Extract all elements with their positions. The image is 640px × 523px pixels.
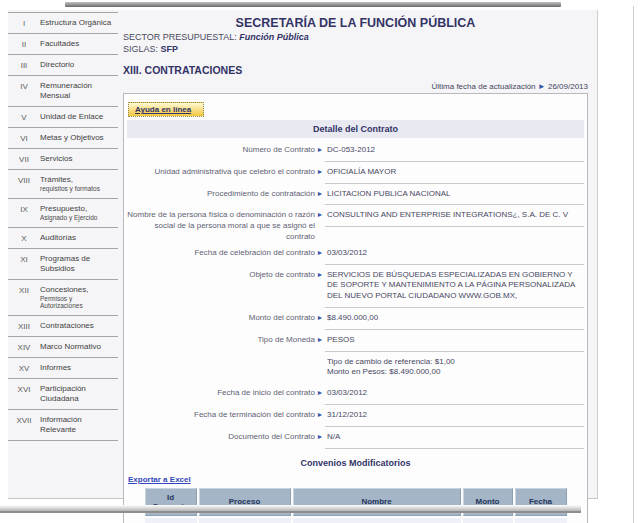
detail-value: SERVICIOS DE BÚSQUEDAS ESPECIALIZADAS EN… <box>325 269 584 308</box>
sidebar-item-sublabel: requisitos y formatos <box>40 185 114 193</box>
detail-value: Tipo de cambio de referencia: $1,00 Mont… <box>325 356 584 384</box>
sidebar-numeral: XIV <box>8 342 40 352</box>
detail-label: Unidad administrativa que celebró el con… <box>127 166 315 178</box>
sidebar-item-tramites[interactable]: VIII Trámites, requisitos y formatos <box>8 169 118 198</box>
sidebar-item-marco-normativo[interactable]: XIV Marco Normativo <box>8 336 118 357</box>
sidebar-item-informes[interactable]: XV Informes <box>8 357 118 378</box>
detail-value: N/A <box>325 431 584 449</box>
convenio-row: DC-CM-077-2012 LICITACION PUBLICA NACION… <box>145 518 567 523</box>
sidebar-item-label: Unidad de Enlace <box>40 112 116 122</box>
sidebar-item-auditorias[interactable]: X Auditorías <box>8 227 118 248</box>
detail-row-procedimiento: Procedimiento de contratación ► LICITACI… <box>127 184 584 206</box>
arrow-right-icon: ► <box>538 82 546 91</box>
arrow-right-icon: ► <box>315 269 325 278</box>
sidebar-item-metas-y-objetivos[interactable]: VI Metas y Objetivos <box>8 127 118 148</box>
sidebar-item-servicios[interactable]: VII Servicios <box>8 148 118 169</box>
sidebar-item-programas-de-subsidios[interactable]: XI Programas de Subsidios <box>8 248 118 279</box>
convenio-id-cell: DC-CM-077-2012 <box>145 518 197 523</box>
detail-value: LICITACION PUBLICA NACIONAL <box>325 188 584 206</box>
page-container: I Estructura Orgánica II Facultades III … <box>8 10 598 499</box>
last-updated-label: Última fecha de actualización <box>432 82 536 91</box>
sidebar-item-label: Informes <box>40 363 116 373</box>
detail-label: Objeto de contrato <box>127 269 315 281</box>
detail-row-objeto: Objeto de contrato ► SERVICIOS DE BÚSQUE… <box>127 265 584 308</box>
detail-label: Tipo de Moneda <box>127 334 315 346</box>
convenio-fecha-cell: 03/03/2012 <box>515 518 567 523</box>
sidebar-numeral: XI <box>8 254 40 274</box>
arrow-right-icon: ► <box>315 431 325 440</box>
sidebar-item-label: Directorio <box>40 60 116 70</box>
arrow-right-icon: ► <box>315 188 325 197</box>
sidebar-item-label: Servicios <box>40 154 116 164</box>
detail-label: Monto del contrato <box>127 312 315 324</box>
arrow-right-icon: ► <box>315 334 325 343</box>
detail-value: 03/03/2012 <box>325 247 584 265</box>
sidebar-item-label: Estructura Orgánica <box>40 18 116 28</box>
arrow-right-icon: ► <box>315 247 325 256</box>
siglas-label: SIGLAS: <box>123 44 158 54</box>
detail-value: 03/03/2012 <box>325 387 584 405</box>
sidebar-item-remuneracion-mensual[interactable]: IV Remuneración Mensual <box>8 75 118 106</box>
sidebar-numeral: VI <box>8 133 40 143</box>
detail-value: $8.490.000,00 <box>325 312 584 330</box>
window-bottom-edge <box>0 505 581 513</box>
sidebar-item-contrataciones[interactable]: XIII Contrataciones <box>8 315 118 336</box>
sidebar-item-estructura-organica[interactable]: I Estructura Orgánica <box>8 12 118 33</box>
sidebar-numeral: XIII <box>8 321 40 331</box>
sidebar-numeral: VIII <box>8 175 40 193</box>
sidebar-item-informacion-relevante[interactable]: XVII Información Relevante <box>8 409 118 441</box>
sidebar-numeral: II <box>8 39 40 49</box>
detail-label: Fecha de terminación del contrato <box>127 409 315 421</box>
sidebar-item-label: Información Relevante <box>40 415 116 435</box>
sidebar-numeral: XVII <box>8 415 40 435</box>
detail-label: Nombre de la persona física o denominaci… <box>127 209 315 242</box>
sidebar-numeral: XV <box>8 363 40 373</box>
detail-row-fecha-celebracion: Fecha de celebración del contrato ► 03/0… <box>127 243 584 265</box>
sidebar-item-label: Programas de Subsidios <box>40 254 116 274</box>
convenio-monto-cell: 1698000 <box>463 518 513 523</box>
sidebar-item-participacion-ciudadana[interactable]: XVI Participación Ciudadana <box>8 378 118 409</box>
detail-label: Fecha de celebración del contrato <box>127 247 315 259</box>
sector-line: SECTOR PRESUPUESTAL: Función Pública <box>123 32 588 42</box>
main-content: SECRETARÍA DE LA FUNCIÓN PÚBLICA SECTOR … <box>118 10 597 498</box>
detail-label: Procedimiento de contratación <box>127 188 315 200</box>
sidebar-item-directorio[interactable]: III Directorio <box>8 54 118 75</box>
detail-row-documento: Documento del Contrato ► N/A <box>127 427 584 449</box>
detail-label: Documento del Contrato <box>127 431 315 443</box>
export-to-excel-link[interactable]: Exportar a Excel <box>128 475 191 484</box>
sidebar-item-label: Metas y Objetivos <box>40 133 116 143</box>
detail-value: DC-053-2012 <box>325 144 584 162</box>
sector-value: Función Pública <box>239 32 309 42</box>
sidebar-numeral: X <box>8 233 40 243</box>
sidebar-numeral: XVI <box>8 384 40 404</box>
arrow-spacer <box>315 356 325 358</box>
sidebar-nav: I Estructura Orgánica II Facultades III … <box>8 10 118 498</box>
sidebar-numeral: XII <box>8 285 40 311</box>
sidebar-item-label: Remuneración Mensual <box>40 81 116 101</box>
detail-rows: Número de Contrato ► DC-053-2012 Unidad … <box>126 138 585 449</box>
arrow-right-icon: ► <box>315 409 325 418</box>
sidebar-item-facultades[interactable]: II Facultades <box>8 33 118 54</box>
siglas-value: SFP <box>161 44 179 54</box>
sidebar-item-concesiones[interactable]: XII Concesiones, Permisos y Autorizacion… <box>8 279 118 316</box>
sidebar-numeral: I <box>8 18 40 28</box>
arrow-right-icon: ► <box>315 166 325 175</box>
arrow-right-icon: ► <box>315 209 325 218</box>
sidebar-item-label: Presupuesto, Asignado y Ejercido <box>40 204 116 222</box>
detail-label <box>127 356 315 357</box>
sidebar-numeral: IV <box>8 81 40 101</box>
detail-row-tipo-cambio-nota: Tipo de cambio de referencia: $1,00 Mont… <box>127 352 584 384</box>
sidebar-item-unidad-de-enlace[interactable]: V Unidad de Enlace <box>8 106 118 127</box>
sidebar-item-label: Contrataciones <box>40 321 116 331</box>
last-updated: Última fecha de actualización ► 26/09/20… <box>123 82 588 91</box>
detail-row-numero-contrato: Número de Contrato ► DC-053-2012 <box>127 140 584 162</box>
online-help-button[interactable]: Ayuda en línea <box>128 102 204 117</box>
convenios-title: Convenios Modificatorios <box>126 458 585 468</box>
window-top-edge <box>65 2 561 7</box>
sidebar-item-label: Concesiones, Permisos y Autorizaciones <box>40 285 116 311</box>
detail-value: OFICIALÍA MAYOR <box>325 166 584 184</box>
sidebar-item-presupuesto[interactable]: IX Presupuesto, Asignado y Ejercido <box>8 198 118 227</box>
detail-row-fecha-inicio: Fecha de inicio del contrato ► 03/03/201… <box>127 383 584 405</box>
detail-row-monto: Monto del contrato ► $8.490.000,00 <box>127 308 584 330</box>
siglas-line: SIGLAS: SFP <box>123 44 588 54</box>
